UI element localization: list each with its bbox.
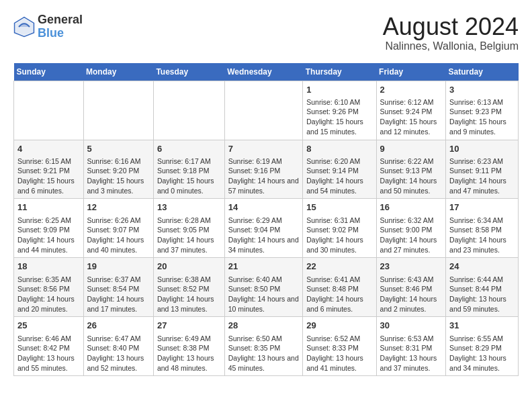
cell-text: Daylight: 13 hours and 52 minutes.	[87, 353, 150, 373]
day-number: 30	[380, 320, 443, 332]
day-number: 16	[380, 201, 443, 214]
calendar-cell	[153, 81, 224, 140]
calendar-cell: 6Sunrise: 6:17 AMSunset: 9:18 PMDaylight…	[153, 140, 224, 199]
cell-text: Daylight: 15 hours and 12 minutes.	[380, 117, 443, 136]
cell-text: Daylight: 13 hours and 37 minutes.	[380, 353, 443, 373]
day-number: 21	[228, 261, 300, 273]
cell-text: Sunrise: 6:15 AM	[17, 156, 80, 167]
cell-text: Sunrise: 6:46 AM	[17, 334, 80, 344]
cell-text: Sunset: 9:16 PM	[228, 166, 300, 176]
calendar-cell: 13Sunrise: 6:28 AMSunset: 9:05 PMDayligh…	[153, 199, 224, 258]
cell-text: Daylight: 14 hours and 17 minutes.	[87, 294, 150, 314]
day-number: 22	[306, 261, 372, 273]
cell-text: Daylight: 14 hours and 10 minutes.	[228, 294, 300, 314]
cell-text: Sunrise: 6:34 AM	[449, 216, 515, 226]
day-header-sunday: Sunday	[14, 63, 84, 81]
logo-general-text: General	[38, 13, 83, 27]
cell-text: Sunset: 8:56 PM	[17, 284, 80, 294]
cell-text: Sunrise: 6:10 AM	[306, 97, 372, 107]
calendar-week-row: 1Sunrise: 6:10 AMSunset: 9:26 PMDaylight…	[14, 81, 519, 140]
day-number: 20	[157, 261, 221, 273]
cell-text: Daylight: 14 hours and 27 minutes.	[380, 235, 443, 255]
cell-text: Sunrise: 6:23 AM	[449, 156, 515, 167]
cell-text: Sunrise: 6:53 AM	[380, 334, 443, 344]
day-header-monday: Monday	[83, 63, 153, 81]
cell-text: Sunrise: 6:52 AM	[306, 334, 372, 344]
main-title: August 2024	[383, 13, 519, 40]
day-number: 11	[17, 201, 80, 214]
cell-text: Sunset: 8:48 PM	[306, 284, 372, 294]
calendar-cell: 15Sunrise: 6:31 AMSunset: 9:02 PMDayligh…	[303, 199, 376, 258]
calendar-cell: 21Sunrise: 6:40 AMSunset: 8:50 PMDayligh…	[224, 258, 303, 317]
calendar-cell: 8Sunrise: 6:20 AMSunset: 9:14 PMDaylight…	[303, 140, 376, 199]
cell-text: Daylight: 15 hours and 9 minutes.	[449, 117, 515, 136]
cell-text: Sunset: 9:09 PM	[17, 225, 80, 235]
cell-text: Sunset: 9:05 PM	[157, 225, 221, 235]
day-number: 4	[17, 143, 80, 155]
day-number: 26	[87, 320, 150, 332]
cell-text: Sunset: 8:46 PM	[380, 284, 443, 294]
cell-text: Sunrise: 6:16 AM	[87, 156, 150, 167]
cell-text: Daylight: 13 hours and 34 minutes.	[449, 353, 515, 373]
cell-text: Daylight: 13 hours and 48 minutes.	[157, 353, 221, 373]
cell-text: Sunset: 9:23 PM	[449, 107, 515, 117]
cell-text: Sunrise: 6:44 AM	[449, 275, 515, 285]
cell-text: Daylight: 14 hours and 6 minutes.	[306, 294, 372, 314]
cell-text: Sunrise: 6:25 AM	[17, 216, 80, 226]
cell-text: Daylight: 14 hours and 13 minutes.	[157, 294, 221, 314]
calendar-cell: 5Sunrise: 6:16 AMSunset: 9:20 PMDaylight…	[83, 140, 153, 199]
cell-text: Sunset: 9:02 PM	[306, 225, 372, 235]
day-number: 17	[449, 201, 515, 214]
calendar-cell: 4Sunrise: 6:15 AMSunset: 9:21 PMDaylight…	[14, 140, 84, 199]
day-number: 2	[380, 84, 443, 96]
day-header-friday: Friday	[376, 63, 446, 81]
cell-text: Daylight: 14 hours and 40 minutes.	[87, 235, 150, 255]
cell-text: Sunrise: 6:17 AM	[157, 156, 221, 167]
cell-text: Sunset: 8:35 PM	[228, 343, 300, 353]
logo-icon	[13, 16, 35, 38]
day-number: 24	[449, 261, 515, 273]
cell-text: Sunset: 8:40 PM	[87, 343, 150, 353]
day-number: 1	[306, 84, 372, 96]
calendar-cell	[83, 81, 153, 140]
cell-text: Sunset: 9:26 PM	[306, 107, 372, 117]
calendar-cell: 29Sunrise: 6:52 AMSunset: 8:33 PMDayligh…	[303, 317, 376, 376]
calendar-week-row: 4Sunrise: 6:15 AMSunset: 9:21 PMDaylight…	[14, 140, 519, 199]
cell-text: Sunrise: 6:28 AM	[157, 216, 221, 226]
day-number: 29	[306, 320, 372, 332]
cell-text: Daylight: 13 hours and 45 minutes.	[228, 353, 300, 373]
cell-text: Daylight: 14 hours and 54 minutes.	[306, 176, 372, 195]
logo-blue-text: Blue	[38, 27, 83, 40]
cell-text: Sunset: 8:38 PM	[157, 343, 221, 353]
cell-text: Sunrise: 6:20 AM	[306, 156, 372, 167]
cell-text: Sunrise: 6:43 AM	[380, 275, 443, 285]
cell-text: Daylight: 14 hours and 23 minutes.	[449, 235, 515, 255]
cell-text: Daylight: 14 hours and 57 minutes.	[228, 176, 300, 195]
cell-text: Daylight: 14 hours and 44 minutes.	[17, 235, 80, 255]
cell-text: Sunset: 8:42 PM	[17, 343, 80, 353]
calendar-cell: 27Sunrise: 6:49 AMSunset: 8:38 PMDayligh…	[153, 317, 224, 376]
cell-text: Daylight: 14 hours and 30 minutes.	[306, 235, 372, 255]
logo: General Blue	[13, 13, 83, 40]
cell-text: Daylight: 14 hours and 20 minutes.	[17, 294, 80, 314]
cell-text: Daylight: 15 hours and 3 minutes.	[87, 176, 150, 195]
cell-text: Sunset: 8:54 PM	[87, 284, 150, 294]
cell-text: Sunrise: 6:26 AM	[87, 216, 150, 226]
calendar-cell: 16Sunrise: 6:32 AMSunset: 9:00 PMDayligh…	[376, 199, 446, 258]
day-number: 3	[449, 84, 515, 96]
day-number: 28	[228, 320, 300, 332]
cell-text: Sunrise: 6:22 AM	[380, 156, 443, 167]
cell-text: Sunrise: 6:49 AM	[157, 334, 221, 344]
cell-text: Sunset: 9:00 PM	[380, 225, 443, 235]
cell-text: Sunrise: 6:50 AM	[228, 334, 300, 344]
cell-text: Daylight: 14 hours and 47 minutes.	[449, 176, 515, 195]
day-number: 25	[17, 320, 80, 332]
cell-text: Sunrise: 6:41 AM	[306, 275, 372, 285]
calendar-cell: 22Sunrise: 6:41 AMSunset: 8:48 PMDayligh…	[303, 258, 376, 317]
calendar-table: SundayMondayTuesdayWednesdayThursdayFrid…	[13, 63, 519, 377]
cell-text: Daylight: 15 hours and 6 minutes.	[17, 176, 80, 195]
day-number: 15	[306, 201, 372, 214]
cell-text: Sunset: 8:50 PM	[228, 284, 300, 294]
calendar-cell: 18Sunrise: 6:35 AMSunset: 8:56 PMDayligh…	[14, 258, 84, 317]
cell-text: Sunrise: 6:12 AM	[380, 97, 443, 107]
